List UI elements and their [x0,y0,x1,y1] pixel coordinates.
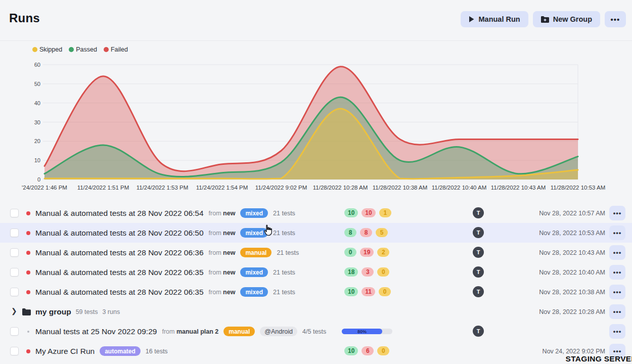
run-row-main: Manual & automated tests at 28 Nov 2022 … [35,223,295,243]
run-source: from manual plan 2 [162,328,218,335]
failed-count-pill: 6 [362,346,374,355]
new-group-button[interactable]: New Group [533,11,600,27]
failed-count-pill: 3 [362,267,374,277]
env-tag: @Android [260,327,297,336]
avatar: T [473,326,484,337]
run-row[interactable]: My Azure CI Runautomated16 tests1060Nov … [0,341,632,361]
header-more-button[interactable]: ••• [605,11,626,27]
run-title: Manual & automated tests at 28 Nov 2022 … [35,248,204,257]
legend-dot-icon [32,47,37,52]
skipped-count-pill: 2 [377,248,389,257]
row-checkbox[interactable] [10,209,19,217]
x-axis-tick: 11/24/2022 1:53 PM [137,185,189,191]
run-source-value: new [223,249,235,256]
run-source-label: from [209,210,221,217]
group-row[interactable]: ❯my group59 tests3 runsNov 28, 2022 10:2… [0,302,632,322]
avatar: T [473,286,484,297]
run-type-badge: mixed [240,228,268,238]
avatar: T [473,247,484,258]
run-row[interactable]: Manual & automated tests at 28 Nov 2022 … [0,203,632,223]
run-row[interactable]: Manual tests at 25 Nov 2022 09:29from ma… [0,322,632,341]
run-type-badge: mixed [240,208,268,218]
row-menu-button[interactable]: ••• [609,245,625,260]
page-title: Runs [9,11,40,25]
run-source: from new [209,210,236,217]
legend-label: Skipped [39,46,62,53]
x-axis-tick: 11/24/2022 9:02 PM [255,185,307,191]
test-count: 4/5 tests [302,328,326,335]
x-axis-tick: 11/28/2022 10:38 AM [373,185,428,191]
legend-dot-icon [104,47,109,52]
progress-bar-fill: 80% [342,329,382,334]
passed-count-pill: 18 [344,267,358,277]
row-menu-button[interactable]: ••• [609,206,625,220]
run-row[interactable]: Manual & automated tests at 28 Nov 2022 … [0,243,632,262]
failed-count-pill: 11 [362,287,375,296]
test-count: 21 tests [273,269,295,276]
test-count: 21 tests [273,289,295,296]
y-axis-tick: 10 [34,157,40,163]
status-dot [26,349,30,353]
group-timestamp: Nov 28, 2022 10:28 AM [539,308,605,315]
test-count: 21 tests [277,249,299,256]
run-title: Manual & automated tests at 28 Nov 2022 … [35,268,204,277]
row-checkbox[interactable] [10,347,19,355]
run-source: from new [209,269,236,276]
x-axis-tick: 11/28/2022 10:28 AM [313,185,368,191]
run-source-label: from [162,328,174,335]
run-source: from new [209,289,236,296]
row-checkbox[interactable] [10,268,19,277]
run-row-main: Manual & automated tests at 28 Nov 2022 … [35,282,295,302]
row-checkbox[interactable] [10,327,19,336]
manual-run-button[interactable]: Manual Run [461,11,528,27]
row-menu-button[interactable]: ••• [609,285,625,299]
failed-count-pill: 19 [360,248,374,257]
x-axis-tick: 11/28/2022 10:53 AM [551,185,606,191]
run-row[interactable]: Manual & automated tests at 28 Nov 2022 … [0,282,632,302]
result-counts: 1830 [344,267,389,277]
row-menu-button[interactable]: ••• [609,304,625,319]
status-dot [26,231,30,235]
run-timestamp: Nov 28, 2022 10:53 AM [539,230,605,237]
new-group-label: New Group [553,15,592,23]
run-type-badge: automated [100,346,141,356]
run-row[interactable]: Manual & automated tests at 28 Nov 2022 … [0,223,632,243]
status-dot [26,251,30,255]
status-dot [27,331,29,333]
legend-item-skipped: Skipped [32,46,62,53]
run-timestamp: Nov 28, 2022 10:40 AM [539,269,605,276]
group-run-count: 3 runs [102,308,120,315]
group-test-count: 59 tests [76,308,98,315]
test-count: 21 tests [273,230,295,237]
result-counts: 0192 [344,248,389,257]
run-source-value: new [223,289,235,296]
row-checkbox[interactable] [10,229,19,237]
run-type-badge: manual [240,248,272,257]
run-row-main: Manual & automated tests at 28 Nov 2022 … [35,262,295,282]
row-menu-button[interactable]: ••• [609,324,625,339]
status-dot [26,211,30,215]
run-row-main: My Azure CI Runautomated16 tests [35,341,168,361]
result-counts: 1060 [344,346,389,355]
run-source-value: new [223,230,235,237]
run-timestamp: Nov 28, 2022 10:43 AM [539,249,605,256]
row-checkbox[interactable] [10,248,19,257]
avatar: T [473,266,484,278]
test-count: 16 tests [146,348,168,355]
failed-count-pill: 10 [362,208,375,217]
area-chart: 0102030405060'24/2022 1:46 PM11/24/2022 … [0,57,632,196]
run-title: My Azure CI Run [35,347,95,356]
run-title: Manual & automated tests at 28 Nov 2022 … [35,288,204,297]
row-menu-button[interactable]: ••• [609,265,625,280]
row-checkbox[interactable] [10,288,19,296]
avatar: T [473,207,484,218]
chevron-right-icon[interactable]: ❯ [11,307,17,315]
progress-bar: 80% [342,329,392,334]
avatar: T [473,227,484,238]
run-title: Manual tests at 25 Nov 2022 09:29 [35,327,157,336]
y-axis-tick: 0 [37,176,40,183]
header-actions: Manual Run New Group ••• [461,11,626,27]
passed-count-pill: 10 [344,346,358,355]
row-menu-button[interactable]: ••• [609,225,625,240]
run-row[interactable]: Manual & automated tests at 28 Nov 2022 … [0,262,632,282]
